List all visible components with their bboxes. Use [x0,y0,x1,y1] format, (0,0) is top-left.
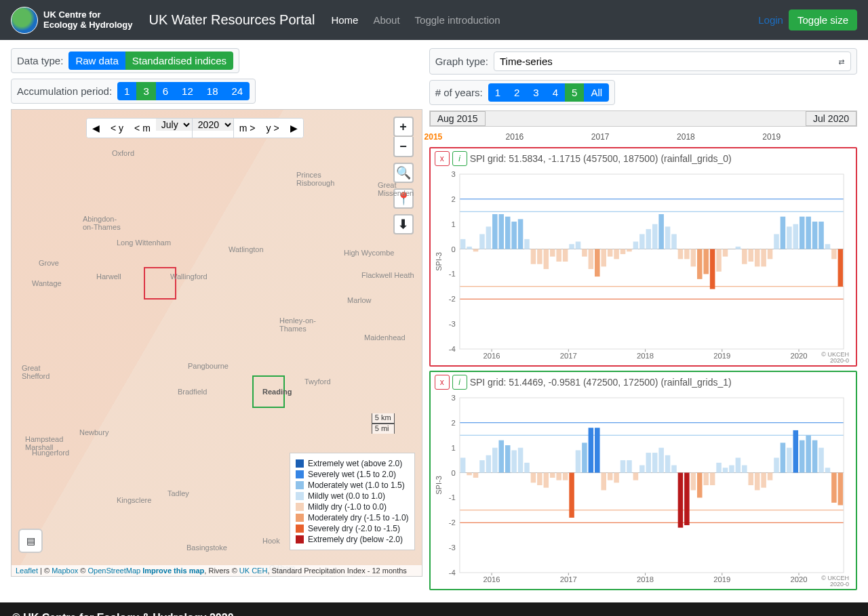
login-link[interactable]: Login [758,14,783,26]
map-locate-button[interactable]: 📍 [393,188,414,209]
svg-text:2017: 2017 [559,575,576,583]
date-year-select[interactable]: 2020 [193,119,233,131]
brand: UK Centre for Ecology & Hydrology [11,7,132,34]
standardised-button[interactable]: Standardised indices [125,52,233,70]
svg-rect-27 [543,249,549,269]
years-3-button[interactable]: 3 [526,83,545,102]
svg-rect-18 [486,226,491,249]
svg-rect-132 [671,466,677,473]
zoom-out-button[interactable]: − [393,137,414,157]
svg-rect-101 [473,473,478,478]
download-icon: ⬇ [398,217,408,232]
chart-svg: -4-3-2-10123SPI-320162017201820192020 [435,391,852,588]
chart-close-button[interactable]: x [435,151,450,166]
accum-24-button[interactable]: 24 [224,82,250,100]
svg-text:2017: 2017 [559,352,576,360]
nav-toggle-intro[interactable]: Toggle introduction [415,14,500,26]
graph-type-select[interactable]: Time-series [494,52,851,71]
time-slider[interactable]: Aug 2015 Jul 2020 [429,110,857,127]
map-selection-green[interactable] [252,375,285,408]
accum-18-button[interactable]: 18 [200,82,225,100]
map-label: Hook [262,537,280,545]
scale-mi: 5 mi [372,424,395,434]
years-1-button[interactable]: 1 [488,83,507,102]
date-prev-year-button[interactable]: < y [105,119,129,138]
svg-rect-106 [505,445,511,473]
legend-row: Moderately dry (-1.5 to -1.0) [296,513,409,522]
slider-end-handle[interactable]: Jul 2020 [806,111,856,126]
legend-row: Mildly wet (0.0 to 1.0) [296,491,409,501]
map[interactable]: ◀ < y < m July 2020 m > y > ▶ + − 🔍 📍 ⬇ … [11,109,422,577]
accum-1-button[interactable]: 1 [117,82,136,100]
map-label: Newbury [79,428,108,436]
date-next-button[interactable]: ▶ [285,119,303,138]
date-next-year-button[interactable]: y > [261,119,285,138]
map-label: Long Wittenham [117,239,171,247]
attrib-leaflet[interactable]: Leaflet [16,567,38,575]
chart-credit: © UKCEH2020-0 [821,352,849,364]
svg-rect-113 [550,473,555,478]
years-All-button[interactable]: All [584,83,609,102]
map-download-button[interactable]: ⬇ [393,214,414,234]
svg-rect-110 [530,473,536,483]
attrib-improve[interactable]: Improve this map [140,567,204,575]
svg-rect-143 [742,466,747,473]
svg-rect-36 [601,249,606,267]
date-prev-button[interactable]: ◀ [87,119,105,138]
date-next-month-button[interactable]: m > [234,119,261,138]
years-4-button[interactable]: 4 [546,83,565,102]
svg-rect-105 [498,440,504,473]
years-5-button[interactable]: 5 [565,83,584,102]
accum-6-button[interactable]: 6 [156,82,175,100]
attrib-ukceh[interactable]: UK CEH [239,567,268,575]
svg-rect-139 [716,463,722,473]
attrib-osm[interactable]: OpenStreetMap [88,567,141,575]
chart-close-button[interactable]: x [435,375,450,390]
svg-rect-103 [486,455,491,473]
date-prev-month-button[interactable]: < m [129,119,156,138]
svg-text:2016: 2016 [483,575,500,583]
footer: © UK Centre for Ecology & Hydrology 2020 [0,602,868,616]
slider-track[interactable] [486,111,806,126]
svg-rect-14 [460,239,465,249]
svg-rect-145 [755,473,760,491]
date-month-select[interactable]: July [156,119,192,131]
map-search-button[interactable]: 🔍 [393,163,414,183]
svg-rect-114 [556,473,561,480]
years-2-button[interactable]: 2 [507,83,526,102]
attrib-mapbox[interactable]: Mapbox [52,567,78,575]
svg-rect-39 [620,249,625,254]
map-selection-red[interactable] [144,267,176,300]
zoom-in-button[interactable]: + [393,117,414,137]
svg-rect-55 [722,249,728,257]
map-layers-button[interactable]: ▤ [18,529,43,553]
chart-info-button[interactable]: i [452,151,467,166]
svg-rect-147 [767,473,772,480]
svg-rect-140 [722,468,728,472]
svg-rect-112 [543,473,549,488]
nav-home[interactable]: Home [331,14,358,26]
raw-data-button[interactable]: Raw data [68,52,125,70]
accum-label: Accumulation period: [17,85,112,97]
toggle-size-button[interactable]: Toggle size [789,9,857,30]
svg-rect-124 [620,460,625,472]
svg-rect-37 [608,249,613,257]
chart-info-button[interactable]: i [452,375,467,390]
svg-rect-116 [569,473,574,518]
svg-rect-22 [511,222,517,249]
legend-swatch [296,459,304,468]
slider-start-handle[interactable]: Aug 2015 [430,111,486,126]
svg-rect-126 [633,473,638,480]
svg-text:-3: -3 [448,320,455,328]
svg-rect-138 [709,473,715,485]
svg-rect-151 [793,430,798,473]
accum-3-button[interactable]: 3 [136,82,155,100]
nav-about[interactable]: About [373,14,399,26]
map-label: Hungerford [32,449,69,457]
accum-12-button[interactable]: 12 [175,82,200,100]
svg-rect-156 [825,468,830,472]
svg-text:3: 3 [451,170,455,178]
svg-rect-111 [537,473,542,485]
map-label: Flackwell Heath [361,271,414,279]
svg-text:2016: 2016 [483,352,500,360]
